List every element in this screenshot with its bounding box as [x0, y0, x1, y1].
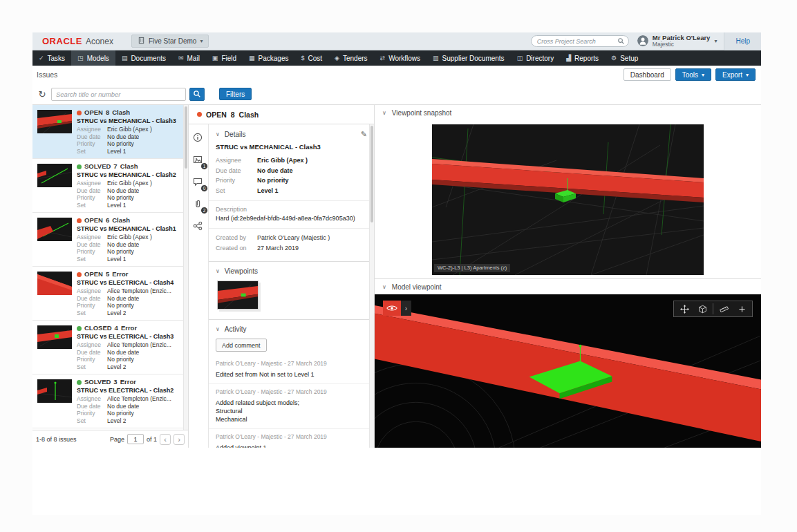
- activity-entry: Patrick O'Leary - Majestic - 27 March 20…: [209, 428, 374, 448]
- viewpoint-thumbnail[interactable]: [217, 281, 259, 310]
- nav-tab-tasks[interactable]: ✓Tasks: [32, 50, 71, 66]
- cube-tool-button[interactable]: [693, 301, 711, 316]
- nav-tab-models[interactable]: ◳Models: [71, 50, 115, 66]
- issue-item-7[interactable]: SOLVED7Clash STRUC vs MECHANICAL - Clash…: [32, 159, 188, 213]
- issue-type: Error: [121, 324, 137, 332]
- detail-icon-rail: 1 0 2: [189, 124, 209, 448]
- nav-tab-workflows[interactable]: ⇄Workflows: [374, 50, 426, 66]
- nav-tab-mail[interactable]: ✉Mail: [172, 50, 206, 66]
- issue-list-scrollbar[interactable]: [183, 105, 188, 430]
- field-value: No due date: [107, 187, 139, 195]
- nav-tab-field[interactable]: ▣Field: [206, 50, 243, 66]
- nav-tab-documents[interactable]: ▤Documents: [115, 50, 172, 66]
- project-selector[interactable]: Five Star Demo ▾: [131, 35, 209, 48]
- collapse-icon[interactable]: ∨: [382, 110, 386, 116]
- issue-item-5[interactable]: OPEN5Error STRUC vs ELECTRICAL - Clash4 …: [32, 267, 188, 321]
- issue-thumbnail: [37, 379, 72, 403]
- page-number-input[interactable]: [127, 434, 144, 444]
- issue-item-4[interactable]: CLOSED4Error STRUC vs ELECTRICAL - Clash…: [32, 321, 188, 374]
- nav-tab-cost[interactable]: $Cost: [295, 50, 329, 66]
- nav-tab-packages[interactable]: ▦Packages: [243, 50, 294, 66]
- field-value: No priority: [107, 356, 134, 363]
- collapse-icon[interactable]: ∨: [216, 131, 220, 137]
- field-value: No due date: [107, 133, 139, 141]
- issue-item-8[interactable]: OPEN8Clash STRUC vs MECHANICAL - Clash3 …: [32, 105, 188, 159]
- field-label: Assignee: [77, 126, 107, 133]
- next-page-button[interactable]: ›: [174, 434, 185, 445]
- field-label: Set: [77, 417, 107, 425]
- tools-button[interactable]: Tools▾: [675, 68, 711, 81]
- edit-icon[interactable]: ✎: [361, 130, 367, 139]
- documents-icon: ▤: [122, 55, 128, 61]
- search-icon[interactable]: [617, 35, 625, 48]
- collapse-icon[interactable]: ∨: [382, 284, 386, 290]
- detail-assignee: Eric Gibb (Apex ): [257, 155, 308, 166]
- field-value: No priority: [107, 194, 134, 202]
- related-models-icon[interactable]: [193, 221, 204, 232]
- attachments-icon[interactable]: 2: [193, 199, 204, 210]
- field-value: No due date: [107, 403, 139, 410]
- user-menu[interactable]: Mr Patrick O'Leary Majestic ▾: [637, 35, 718, 48]
- tools-label: Tools: [682, 71, 698, 79]
- collapse-icon[interactable]: ∨: [216, 268, 220, 274]
- status-dot: [77, 380, 82, 385]
- refresh-icon[interactable]: ↻: [37, 89, 48, 99]
- field-label: Set: [77, 310, 107, 317]
- models-icon: ◳: [77, 55, 84, 61]
- cross-project-search[interactable]: [531, 35, 629, 47]
- previous-page-button[interactable]: ‹: [160, 434, 171, 445]
- viewpoint-snapshot-title: Viewpoint snapshot: [392, 109, 452, 117]
- cross-project-search-input[interactable]: [537, 38, 617, 45]
- field-label: Set: [77, 202, 107, 209]
- help-link[interactable]: Help: [724, 32, 761, 50]
- section-title-details[interactable]: Details: [225, 131, 246, 138]
- export-button[interactable]: Export▾: [715, 68, 756, 81]
- pan-tool-button[interactable]: [675, 301, 693, 316]
- detail-due-date: No due date: [257, 166, 293, 176]
- status-dot: [197, 112, 202, 117]
- field-icon: ▣: [212, 55, 218, 61]
- detail-scrollbar[interactable]: [369, 124, 374, 448]
- add-comment-button[interactable]: Add comment: [216, 339, 267, 352]
- comments-icon[interactable]: 0: [193, 177, 204, 188]
- field-value: Alice Templeton (Enzic...: [107, 287, 171, 295]
- viewpoint-snapshot-image: WC-2)-L3 | L3) Apartments (z): [432, 124, 704, 275]
- workflows-icon: ⇄: [380, 55, 386, 61]
- issues-search-input[interactable]: [51, 88, 186, 101]
- info-icon[interactable]: [193, 133, 204, 144]
- viewpoint-snapshot-panel: ∨ Viewpoint snapshot: [375, 105, 761, 279]
- nav-tab-directory[interactable]: ◫Directory: [511, 50, 561, 66]
- status-dot: [77, 164, 82, 169]
- directory-icon: ◫: [517, 55, 523, 61]
- issue-title: STRUC vs ELECTRICAL - Clash4: [77, 278, 180, 287]
- zoom-in-button[interactable]: [733, 301, 751, 316]
- collapse-icon[interactable]: ∨: [216, 326, 220, 332]
- field-label: Due date: [77, 241, 107, 249]
- page-toolbar: Issues Dashboard Tools▾ Export▾: [32, 66, 761, 84]
- dashboard-button[interactable]: Dashboard: [623, 68, 671, 81]
- issue-type: Clash: [112, 216, 130, 225]
- nav-label: Documents: [131, 55, 166, 62]
- filters-button[interactable]: Filters: [219, 88, 252, 100]
- issue-number: 3: [113, 378, 117, 386]
- nav-tab-supplier-documents[interactable]: ▥Supplier Documents: [426, 50, 511, 66]
- section-title-viewpoints[interactable]: Viewpoints: [225, 267, 258, 275]
- measure-tool-button[interactable]: [715, 301, 733, 316]
- issue-thumbnail: [37, 164, 72, 187]
- project-name: Five Star Demo: [149, 37, 196, 45]
- issue-item-3[interactable]: SOLVED3Error STRUC vs ELECTRICAL - Clash…: [32, 374, 188, 428]
- visibility-button[interactable]: [383, 301, 401, 316]
- detail-status: OPEN: [206, 111, 227, 119]
- expand-tools-button[interactable]: ›: [401, 301, 411, 316]
- chevron-down-icon: ▾: [702, 72, 704, 78]
- viewpoints-icon[interactable]: 1: [193, 155, 204, 166]
- nav-tab-tenders[interactable]: ◈Tenders: [328, 50, 374, 66]
- nav-tab-reports[interactable]: ▟Reports: [560, 50, 605, 66]
- issue-item-6[interactable]: OPEN6Clash STRUC vs MECHANICAL - Clash1 …: [32, 213, 188, 267]
- field-value: Level 2: [107, 417, 126, 425]
- main-navigation: ✓Tasks ◳Models ▤Documents ✉Mail ▣Field ▦…: [32, 50, 761, 66]
- model-viewport[interactable]: ›: [375, 294, 761, 448]
- nav-tab-setup[interactable]: ⚙Setup: [605, 50, 644, 66]
- issues-search-button[interactable]: [189, 88, 205, 101]
- section-title-activity[interactable]: Activity: [225, 325, 247, 333]
